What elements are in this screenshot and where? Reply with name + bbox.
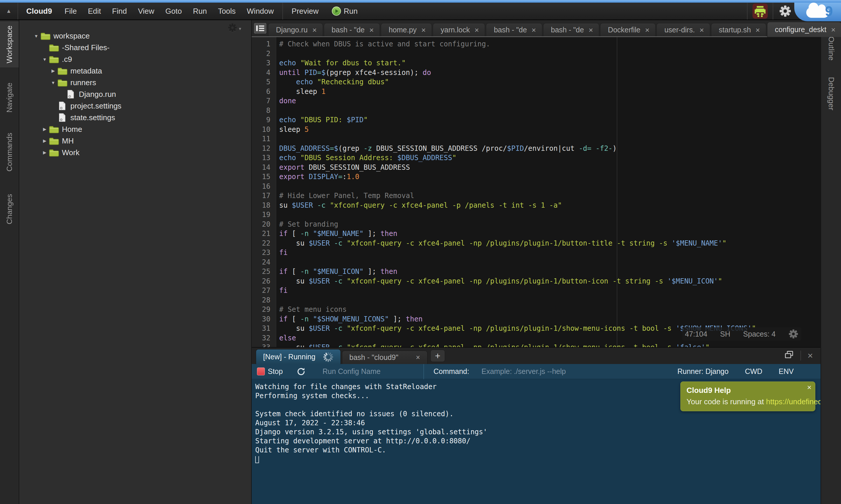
spaces-setting[interactable]: Spaces: 4 bbox=[743, 329, 776, 339]
debugger-bug-icon[interactable] bbox=[747, 3, 773, 20]
chevron-closed-icon[interactable]: ▶ bbox=[40, 138, 49, 144]
menu-goto[interactable]: Goto bbox=[160, 3, 187, 20]
line-number: 12 bbox=[252, 144, 270, 154]
preferences-gear-icon[interactable] bbox=[773, 3, 797, 20]
line-number: 27 bbox=[252, 286, 270, 295]
line-number: 14 bbox=[252, 163, 270, 173]
line-number: 33 bbox=[252, 343, 270, 347]
tree-item-c9[interactable]: ▼.c9 bbox=[19, 53, 251, 65]
tab-close-icon[interactable]: × bbox=[831, 26, 836, 34]
menu-file[interactable]: File bbox=[59, 3, 82, 20]
menu-window[interactable]: Window bbox=[241, 3, 279, 20]
editor-tab-bash-de[interactable]: bash - "de× bbox=[486, 23, 542, 36]
maximize-icon[interactable] bbox=[784, 350, 794, 361]
stop-icon[interactable] bbox=[257, 367, 265, 375]
line-number: 17 bbox=[252, 191, 270, 201]
console-tab-close-icon[interactable]: × bbox=[416, 353, 420, 362]
chevron-open-icon[interactable]: ▼ bbox=[49, 80, 57, 85]
line-number: 4 bbox=[252, 68, 270, 77]
editor-pane: Django.ru×bash - "de×home.py×yarn.lock×b… bbox=[252, 20, 821, 347]
chevron-closed-icon[interactable]: ▶ bbox=[40, 127, 49, 132]
editor-tab-startup-sh[interactable]: startup.sh× bbox=[711, 23, 766, 36]
console-tab-bash-cloud9[interactable]: bash - "cloud9"× bbox=[342, 350, 427, 364]
tab-close-icon[interactable]: × bbox=[645, 26, 649, 34]
code-editor[interactable]: 1# Check when DBUS is active and start c… bbox=[252, 37, 821, 347]
tab-close-icon[interactable]: × bbox=[699, 26, 704, 34]
line-number: 26 bbox=[252, 276, 270, 286]
tree-item-mh[interactable]: ▶MH bbox=[19, 135, 251, 147]
menu-edit[interactable]: Edit bbox=[82, 3, 107, 20]
editor-tab-dockerfile[interactable]: Dockerfile× bbox=[600, 23, 656, 36]
env-button[interactable]: ENV bbox=[779, 367, 794, 376]
terminal-output[interactable]: × Cloud9 Help Your code is running at ht… bbox=[252, 379, 821, 504]
tree-item-django-run[interactable]: Django.run bbox=[19, 88, 251, 100]
tree-item-project-settings[interactable]: project.settings bbox=[19, 100, 251, 112]
tab-list-button[interactable] bbox=[254, 22, 266, 35]
cwd-button[interactable]: CWD bbox=[745, 367, 762, 376]
tab-close-icon[interactable]: × bbox=[370, 26, 374, 34]
rail-tab-workspace[interactable]: Workspace bbox=[0, 21, 19, 67]
restart-icon[interactable] bbox=[296, 367, 306, 377]
tab-close-icon[interactable]: × bbox=[422, 26, 426, 34]
menu-find[interactable]: Find bbox=[107, 3, 133, 20]
toast-close-icon[interactable]: × bbox=[807, 383, 811, 392]
cloud9-window: ▲ Cloud9 FileEditFindViewGotoRunToolsWin… bbox=[0, 0, 841, 504]
syntax-mode[interactable]: SH bbox=[720, 329, 730, 339]
menu-run[interactable]: Run bbox=[187, 3, 212, 20]
rail-tab-navigate[interactable]: Navigate bbox=[0, 80, 19, 115]
new-console-tab-button[interactable]: + bbox=[430, 350, 445, 362]
tree-item-work[interactable]: ▶Work bbox=[19, 147, 251, 158]
menu-cloud9[interactable]: Cloud9 bbox=[18, 3, 59, 20]
stop-button[interactable]: Stop bbox=[268, 367, 283, 376]
console-tab-new-running[interactable]: [New] - Running bbox=[256, 349, 341, 364]
toast-link[interactable]: https://undefined bbox=[766, 397, 821, 406]
tree-item-shared-files[interactable]: -Shared Files- bbox=[19, 42, 251, 53]
code-line: 33 su $USER -c "xfconf-query -c xfce4-pa… bbox=[252, 343, 821, 347]
chevron-open-icon[interactable]: ▼ bbox=[32, 34, 40, 38]
menu-view[interactable]: View bbox=[132, 3, 160, 20]
line-number: 30 bbox=[252, 314, 270, 324]
folder-icon bbox=[57, 67, 67, 75]
chevron-open-icon[interactable]: ▼ bbox=[40, 57, 49, 62]
rail-tab-changes[interactable]: Changes bbox=[0, 192, 19, 226]
menu-collapse-button[interactable]: ▲ bbox=[0, 3, 18, 20]
tree-item-runners[interactable]: ▼runners bbox=[19, 77, 251, 88]
runner-selector[interactable]: Runner: Django bbox=[677, 367, 728, 376]
line-number: 11 bbox=[252, 134, 270, 144]
cursor-position[interactable]: 47:104 bbox=[685, 329, 707, 339]
menu-tools[interactable]: Tools bbox=[212, 3, 241, 20]
close-console-icon[interactable]: × bbox=[807, 351, 813, 360]
command-input[interactable]: Example: ./server.js --help bbox=[482, 367, 566, 376]
run-button[interactable]: Run bbox=[327, 3, 362, 20]
tab-close-icon[interactable]: × bbox=[755, 26, 760, 34]
status-gear-icon[interactable] bbox=[788, 329, 799, 339]
editor-tab-bash-de[interactable]: bash - "de× bbox=[543, 23, 599, 36]
run-config-input[interactable]: Run Config Name bbox=[322, 367, 410, 376]
preview-button[interactable]: Preview bbox=[283, 3, 327, 20]
tab-close-icon[interactable]: × bbox=[589, 26, 593, 34]
console-tabbar: [New] - Runningbash - "cloud9"× + × bbox=[252, 348, 821, 364]
tree-item-metadata[interactable]: ▶metadata bbox=[19, 65, 251, 77]
rail-tab-debugger[interactable]: Debugger bbox=[821, 75, 841, 112]
editor-tab-bash-de[interactable]: bash - "de× bbox=[324, 23, 380, 36]
line-number: 28 bbox=[252, 295, 270, 305]
chevron-closed-icon[interactable]: ▶ bbox=[49, 68, 57, 73]
triangle-up-icon: ▲ bbox=[6, 8, 12, 14]
editor-tab-home-py[interactable]: home.py× bbox=[381, 23, 432, 36]
tree-item-workspace[interactable]: ▼workspace bbox=[19, 30, 251, 42]
editor-tab-user-dirs[interactable]: user-dirs.× bbox=[656, 23, 710, 36]
tab-label: home.py bbox=[389, 26, 417, 34]
tab-close-icon[interactable]: × bbox=[531, 26, 536, 34]
tree-item-state-settings[interactable]: state.settings bbox=[19, 112, 251, 123]
rail-tab-outline[interactable]: Outline bbox=[821, 32, 841, 65]
editor-tab-django-ru[interactable]: Django.ru× bbox=[268, 23, 323, 36]
chevron-closed-icon[interactable]: ▶ bbox=[40, 150, 49, 155]
tree-item-home[interactable]: ▶Home bbox=[19, 123, 251, 135]
editor-tab-configure-deskt[interactable]: configure_deskt× bbox=[767, 22, 841, 37]
rail-tab-commands[interactable]: Commands bbox=[0, 133, 19, 171]
tree-item-label: MH bbox=[62, 137, 73, 146]
tab-close-icon[interactable]: × bbox=[475, 26, 479, 34]
tree-settings-button[interactable]: ▾ bbox=[228, 23, 241, 34]
tab-close-icon[interactable]: × bbox=[312, 26, 316, 34]
editor-tab-yarn-lock[interactable]: yarn.lock× bbox=[433, 23, 485, 36]
